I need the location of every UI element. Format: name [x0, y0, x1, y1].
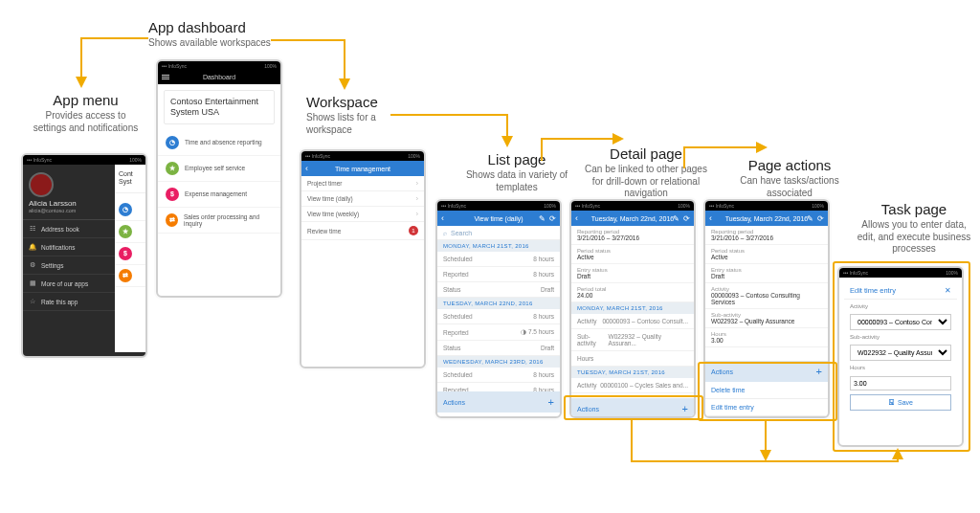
field-hours: Hours	[850, 365, 951, 390]
date-header: MONDAY, MARCH 21ST, 2016	[571, 302, 694, 314]
edit-icon[interactable]: ✎	[673, 214, 679, 223]
page-header: ‹Tuesday, March 22nd, 2016✎⟳	[571, 211, 694, 226]
screenshot-list: ••• InfoSync100% ‹ View time (daily) ✎⟳ …	[435, 199, 562, 418]
menu-icon[interactable]	[162, 74, 169, 81]
page-title: Tuesday, March 22nd, 2016	[725, 215, 808, 222]
list-row[interactable]: Scheduled8 hours	[437, 252, 560, 267]
search-icon: ⌕	[443, 230, 447, 236]
badge: 1	[409, 226, 418, 235]
header-actions: ✎⟳	[539, 214, 556, 223]
label-desc: Provides access to settings and notifica…	[31, 110, 141, 134]
detail-row: Hours3.00	[705, 328, 828, 347]
menu-item[interactable]: ☆Rate this app	[23, 293, 115, 311]
tile-label: Employee self service	[185, 165, 245, 171]
label-title: Task page	[857, 201, 971, 217]
detail-row[interactable]: Activity00000100 – Cycles Sales and...	[571, 378, 694, 393]
page-title: Tuesday, March 22nd, 2016	[591, 215, 674, 222]
subactivity-select[interactable]: W022932 – Quality Assurance	[850, 345, 951, 361]
menu-drawer: Alicia Larsson alicia@contoso.com ☷Addre…	[23, 165, 115, 352]
workspace-item[interactable]: View time (weekly)›	[301, 207, 424, 222]
list-row[interactable]: Reported8 hours	[437, 383, 560, 391]
label-desc: Allows you to enter data, edit, and exec…	[857, 219, 971, 256]
workspace-tile[interactable]: ⇄Sales order processing and inquiry	[158, 208, 280, 234]
peek-tile[interactable]: $	[115, 243, 145, 265]
refresh-icon[interactable]: ⟳	[549, 214, 556, 223]
address-icon: ☷	[29, 225, 36, 233]
status-bar: ••• InfoSync100%	[158, 61, 280, 71]
list-row[interactable]: StatusDraft	[437, 282, 560, 298]
apps-icon: ▦	[29, 279, 36, 287]
menu-item[interactable]: ☷Address book	[23, 220, 115, 238]
refresh-icon[interactable]: ⟳	[683, 214, 690, 223]
action-edit[interactable]: Edit time entry	[705, 399, 828, 416]
list-row[interactable]: Scheduled8 hours	[437, 309, 560, 324]
detail-row[interactable]: Activity00000093 – Contoso Consult...	[571, 314, 694, 329]
list-row[interactable]: Reported◑ 7.5 hours	[437, 324, 560, 341]
list-row[interactable]: Reported8 hours	[437, 267, 560, 282]
detail-row[interactable]: Hours	[571, 351, 694, 367]
workspace-tile[interactable]: $Expense management	[158, 182, 280, 208]
add-icon[interactable]: +	[682, 403, 688, 414]
menu-item[interactable]: ▦More of our apps	[23, 275, 115, 293]
detail-row: Sub-activityW022932 – Quality Assurance	[705, 309, 828, 328]
status-bar: ••• InfoSync100%	[705, 201, 828, 211]
date-header: WEDNESDAY, MARCH 23RD, 2016	[437, 356, 560, 368]
status-bar: ••• InfoSync100%	[839, 268, 962, 278]
actions-bar[interactable]: Actions+	[571, 398, 694, 418]
field-label: Sub-activity	[850, 334, 951, 340]
close-icon[interactable]: ✕	[945, 286, 951, 295]
back-icon[interactable]: ‹	[441, 213, 444, 223]
workspace-tile[interactable]: ◔Time and absence reporting	[158, 130, 280, 156]
status-bar: ••• InfoSync100%	[571, 201, 694, 211]
tile-icon: $	[119, 247, 132, 260]
peek-tile[interactable]: ★	[115, 221, 145, 243]
hours-input[interactable]	[850, 376, 951, 390]
back-icon[interactable]: ‹	[305, 164, 308, 173]
tile-icon: ◔	[166, 136, 179, 149]
activity-select[interactable]: 00000093 – Contoso Consulting Services	[850, 314, 951, 330]
summary-row: Entry statusDraft	[705, 264, 828, 283]
action-delete[interactable]: Delete time	[705, 382, 828, 399]
workspace-item[interactable]: View time (daily)›	[301, 191, 424, 207]
label-list: List page Shows data in variety of templ…	[455, 151, 579, 193]
label-desc: Can be linked to other pages for drill-d…	[579, 164, 713, 200]
label-title: Page actions	[718, 157, 861, 173]
summary-row: Period statusActive	[705, 245, 828, 264]
workspace-tile[interactable]: ★Employee self service	[158, 156, 280, 182]
status-bar: ••• InfoSync100%	[437, 201, 560, 211]
peek-tile[interactable]: ⇄	[115, 265, 145, 287]
status-bar: ••• InfoSync100%	[301, 151, 424, 161]
actions-bar[interactable]: Actions+	[437, 391, 560, 413]
detail-row[interactable]: Sub-activityW022932 – Quality Assuran...	[571, 329, 694, 351]
tile-icon: ⇄	[119, 269, 132, 282]
label-app-menu: App menu Provides access to settings and…	[31, 92, 141, 134]
page-title: Time management	[335, 166, 390, 172]
back-icon[interactable]: ‹	[575, 213, 578, 223]
page-title: View time (daily)	[474, 215, 523, 222]
save-button[interactable]: 🖫Save	[850, 394, 951, 411]
user-name: Alicia Larsson	[23, 199, 115, 208]
screenshot-app-menu: ••• InfoSync100% Alicia Larsson alicia@c…	[21, 153, 147, 358]
label-actions: Page actions Can have tasks/actions asso…	[718, 157, 861, 199]
add-icon[interactable]: +	[816, 366, 822, 377]
workspace-item[interactable]: Project timer›	[301, 176, 424, 191]
menu-item[interactable]: ⚙Settings	[23, 256, 115, 275]
list-row[interactable]: StatusDraft	[437, 341, 560, 356]
tile-icon: ★	[166, 162, 179, 175]
edit-icon[interactable]: ✎	[807, 214, 813, 223]
refresh-icon[interactable]: ⟳	[817, 214, 824, 223]
peek-tile[interactable]: ◔	[115, 199, 145, 221]
add-icon[interactable]: +	[548, 396, 554, 408]
workspace-item[interactable]: Review time1	[301, 222, 424, 240]
back-icon[interactable]: ‹	[709, 213, 712, 223]
actions-bar[interactable]: Actions+	[705, 361, 828, 382]
field-activity: Activity 00000093 – Contoso Consulting S…	[850, 303, 951, 330]
edit-card: Edit time entry✕ Activity 00000093 – Con…	[844, 282, 957, 411]
page-header: ‹ Time management	[301, 161, 424, 176]
list-row[interactable]: Scheduled8 hours	[437, 368, 560, 383]
date-header: TUESDAY, MARCH 22ND, 2016	[437, 298, 560, 309]
edit-icon[interactable]: ✎	[539, 214, 546, 223]
field-subactivity: Sub-activity W022932 – Quality Assurance	[850, 334, 951, 361]
search-input[interactable]: ⌕Search	[437, 226, 560, 240]
menu-item[interactable]: 🔔Notifications	[23, 238, 115, 256]
